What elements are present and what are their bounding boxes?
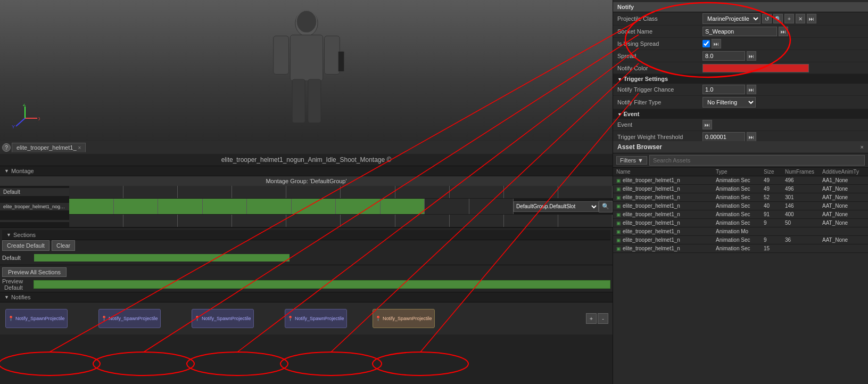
asset-name-cell: ▣ elite_trooper_helmet1_n — [616, 186, 716, 192]
section-bar-row: Default — [2, 253, 610, 263]
spread-label: Spread — [617, 53, 702, 59]
notify-badge-2[interactable]: 📍 Notify_SpawnProjectile — [98, 309, 161, 328]
asset-name-cell: ▣ elite_trooper_helmet1_n — [616, 228, 716, 234]
asset-icon: ▣ — [616, 195, 621, 200]
notify-trigger-chance-input[interactable] — [702, 85, 745, 94]
asset-row[interactable]: ▣ elite_trooper_helmet1_n Animation Sec … — [613, 244, 868, 253]
spread-input[interactable] — [702, 51, 745, 61]
asset-frames-cell: 301 — [785, 194, 822, 200]
track-cell — [395, 186, 450, 198]
search-icon[interactable]: 🔍 — [773, 14, 783, 23]
remove-notify-button[interactable]: - — [598, 313, 608, 324]
event-icon[interactable]: ⏭ — [702, 120, 712, 129]
is-using-spread-checkbox[interactable] — [702, 40, 710, 47]
asset-row[interactable]: ▣ elite_trooper_helmet1_n Animation Sec … — [613, 202, 868, 210]
asset-additive-cell: AA1_None — [822, 177, 865, 183]
spread-edit-icon[interactable]: ⏭ — [712, 39, 721, 48]
asset-icon: ▣ — [616, 229, 621, 234]
track-cell — [232, 215, 286, 227]
notify-badge-5[interactable]: 📍 Notify_SpawnProjectile — [373, 309, 435, 328]
add-notify-button[interactable]: + — [586, 313, 597, 324]
browse-icon[interactable]: ⏭ — [807, 14, 816, 23]
tab-close-icon[interactable]: × — [78, 145, 81, 151]
notify-icon-2: 📍 — [101, 316, 107, 321]
track-cell — [69, 186, 123, 198]
event-sub-label: Event — [617, 121, 702, 128]
trigger-weight-reset-icon[interactable]: ⏭ — [747, 132, 756, 141]
asset-name-cell: ▣ elite_trooper_helmet1_n — [616, 203, 716, 209]
asset-frames-cell: 400 — [785, 211, 822, 217]
track-cell — [395, 215, 450, 227]
notify-label-4: Notify_SpawnProjectile — [295, 316, 344, 321]
asset-name-text: elite_trooper_helmet1_n — [623, 194, 680, 200]
notify-filter-type-row: Notify Filter Type No Filtering — [613, 96, 868, 109]
default-track-label: Default — [0, 188, 69, 196]
axis-widget: X Z Y — [11, 104, 40, 133]
track-cell — [178, 215, 232, 227]
add-icon[interactable]: + — [784, 14, 794, 23]
asset-row[interactable]: ▣ elite_trooper_helmet1_n Animation Sec … — [613, 210, 868, 219]
asset-row[interactable]: ▣ elite_trooper_helmet1_n Animation Sec … — [613, 185, 868, 193]
notify-label-2: Notify_SpawnProjectile — [109, 316, 158, 321]
event-header[interactable]: Event — [613, 109, 868, 119]
asset-name-text: elite_trooper_helmet1_n — [623, 228, 680, 234]
asset-row[interactable]: ▣ elite_trooper_helmet1_n Animation Mo — [613, 227, 868, 236]
track-cell — [69, 215, 123, 227]
track-cell — [504, 215, 558, 227]
montage-tab[interactable]: elite_trooper_helmet1_ × — [12, 143, 86, 152]
preview-all-sections-button[interactable]: Preview All Sections — [2, 267, 67, 277]
asset-row[interactable]: ▣ elite_trooper_helmet1_n Animation Sec … — [613, 219, 868, 227]
col-additive: AdditiveAnimTy — [822, 169, 865, 175]
socket-name-label: Socket Name — [617, 28, 702, 35]
track-slot-dropdown[interactable]: DefaultGroup.DefaultSlot — [514, 201, 599, 212]
trigger-weight-input[interactable] — [702, 132, 745, 141]
montage-main: ? elite_trooper_helmet1_ × elite_trooper… — [0, 141, 613, 384]
filters-button[interactable]: Filters ▼ — [616, 156, 647, 165]
svg-rect-15 — [292, 79, 305, 122]
asset-browser-title: Asset Browser — [617, 143, 662, 151]
montage-title: elite_trooper_helmet1_nogun_Anim_Idle_Sh… — [0, 154, 613, 166]
asset-icon: ▣ — [616, 246, 621, 251]
track-cell — [114, 199, 159, 214]
track-cell — [203, 199, 247, 214]
notify-color-swatch[interactable] — [702, 64, 809, 72]
tab-bar: ? elite_trooper_helmet1_ × — [0, 141, 613, 154]
section-green-bar — [34, 254, 290, 262]
default-track-row: Default — [0, 186, 613, 199]
asset-row[interactable]: ▣ elite_trooper_helmet1_n Animation Sec … — [613, 236, 868, 244]
socket-edit-icon[interactable]: ⏭ — [779, 27, 788, 36]
svg-line-23 — [16, 118, 25, 126]
asset-type-cell: Animation Sec — [716, 194, 764, 200]
track-search-button[interactable]: 🔍 — [599, 201, 613, 213]
notify-badge-4[interactable]: 📍 Notify_SpawnProjectile — [285, 309, 347, 328]
asset-type-cell: Animation Sec — [716, 246, 764, 251]
projectile-class-dropdown[interactable]: MarineProjectile — [702, 13, 760, 24]
clear-icon[interactable]: ✕ — [796, 14, 805, 23]
clear-button[interactable]: Clear — [52, 240, 75, 251]
montage-tab-label: elite_trooper_helmet1_ — [16, 144, 77, 151]
notify-badge-1[interactable]: 📍 Notify_SpawnProjectile — [5, 309, 68, 328]
bottom-right: Asset Browser × Filters ▼ Name Type Size… — [613, 141, 868, 384]
asset-name-cell: ▣ elite_trooper_helmet1_n — [616, 237, 716, 243]
socket-name-input[interactable] — [702, 27, 777, 36]
spread-reset-icon[interactable]: ⏭ — [747, 51, 756, 61]
notify-filter-type-dropdown[interactable]: No Filtering — [702, 97, 756, 108]
create-default-button[interactable]: Create Default — [2, 240, 49, 251]
track-cell — [232, 186, 286, 198]
help-button[interactable]: ? — [2, 143, 11, 152]
notify-badge-3[interactable]: 📍 Notify_SpawnProjectile — [192, 309, 254, 328]
reset-icon[interactable]: ↺ — [762, 14, 772, 23]
track-cell — [286, 186, 341, 198]
montage-group-header: Montage Group: 'DefaultGroup' — [0, 176, 613, 186]
asset-row[interactable]: ▣ elite_trooper_helmet1_n Animation Sec … — [613, 193, 868, 202]
anim-track-cells-2 — [69, 215, 613, 227]
trigger-chance-reset-icon[interactable]: ⏭ — [747, 85, 756, 94]
trigger-settings-header[interactable]: Trigger Settings — [613, 74, 868, 84]
notifies-label-text: Notifies — [11, 294, 31, 300]
asset-row[interactable]: ▣ elite_trooper_helmet1_n Animation Sec … — [613, 176, 868, 185]
asset-browser-close[interactable]: × — [861, 144, 864, 150]
asset-search-input[interactable] — [649, 155, 865, 166]
track-cell — [341, 186, 395, 198]
svg-rect-14 — [324, 36, 340, 75]
notify-icon-5: 📍 — [375, 316, 381, 321]
